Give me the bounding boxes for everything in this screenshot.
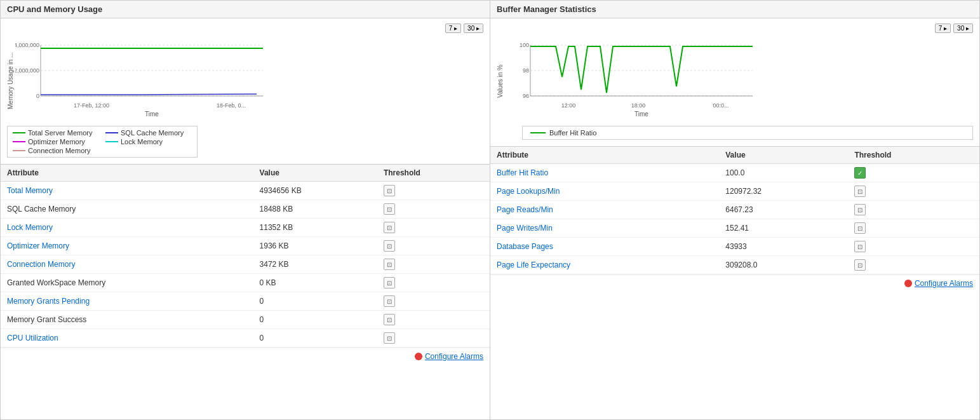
left-table-area: Attribute Value Threshold Total Memory 4… [1, 164, 490, 419]
svg-text:2,000,000: 2,000,000 [15, 67, 39, 74]
attr-grant-success: Memory Grant Success [1, 311, 253, 329]
left-configure-alarms-label: Configure Alarms [425, 352, 483, 361]
table-row: Page Lookups/Min 120972.32 ⊡ [490, 182, 979, 201]
right-configure-alarms-link[interactable]: Configure Alarms [904, 279, 973, 288]
left-panel-title: CPU and Memory Usage [1, 1, 490, 18]
table-row: SQL Cache Memory 18488 KB ⊡ [1, 200, 490, 219]
val-lock-memory: 11352 KB [253, 219, 377, 237]
threshold-icon-r4[interactable]: ⊡ [854, 241, 866, 252]
legend-buffer-hit-ratio: Buffer Hit Ratio [549, 129, 596, 137]
svg-text:0: 0 [36, 93, 39, 99]
table-row: Connection Memory 3472 KB ⊡ [1, 255, 490, 274]
attr-page-reads[interactable]: Page Reads/Min [497, 205, 553, 214]
left-legend: Total Server Memory SQL Cache Memory Opt… [7, 126, 198, 158]
attr-page-life[interactable]: Page Life Expectancy [497, 261, 570, 269]
svg-text:Time: Time [634, 111, 648, 118]
right-table-area: Attribute Value Threshold Buffer Hit Rat… [490, 146, 979, 419]
val-optimizer: 1936 KB [253, 237, 377, 255]
attr-db-pages[interactable]: Database Pages [497, 242, 553, 251]
threshold-icon-r3[interactable]: ⊡ [854, 222, 866, 234]
svg-text:12:00: 12:00 [561, 102, 576, 109]
left-configure-alarms-link[interactable]: Configure Alarms [415, 352, 483, 361]
right-col-attribute: Attribute [490, 147, 719, 164]
legend-lock: Lock Memory [105, 138, 192, 146]
right-y-axis-label: Values in % [497, 39, 504, 123]
right-alarm-icon [904, 280, 912, 287]
table-row: Database Pages 43933 ⊡ [490, 238, 979, 256]
attr-optimizer[interactable]: Optimizer Memory [7, 241, 69, 250]
threshold-icon-8[interactable]: ⊡ [384, 332, 395, 344]
attr-cpu[interactable]: CPU Utilization [7, 334, 58, 342]
legend-sql-cache: SQL Cache Memory [105, 129, 192, 137]
svg-text:96: 96 [523, 93, 529, 99]
val-connection: 3472 KB [253, 255, 377, 274]
table-row: Memory Grants Pending 0 ⊡ [1, 292, 490, 311]
threshold-icon-4[interactable]: ⊡ [384, 259, 395, 270]
svg-text:100: 100 [520, 42, 529, 48]
val-page-reads: 6467.23 [719, 201, 848, 219]
threshold-icon-r2[interactable]: ⊡ [854, 204, 866, 215]
svg-text:18-Feb, 0...: 18-Feb, 0... [217, 102, 246, 109]
table-row: Lock Memory 11352 KB ⊡ [1, 219, 490, 237]
right-configure-alarms-row: Configure Alarms [490, 274, 979, 293]
svg-text:00:0...: 00:0... [713, 102, 728, 109]
val-grant-success: 0 [253, 311, 377, 329]
table-row: CPU Utilization 0 ⊡ [1, 329, 490, 348]
table-row: Optimizer Memory 1936 KB ⊡ [1, 237, 490, 255]
legend-connection: Connection Memory [13, 147, 99, 154]
left-configure-alarms-row: Configure Alarms [1, 348, 490, 366]
val-buffer-hit: 100.0 [719, 164, 848, 182]
attr-total-memory[interactable]: Total Memory [7, 186, 53, 195]
right-legend: Buffer Hit Ratio [522, 126, 973, 140]
left-table: Attribute Value Threshold Total Memory 4… [1, 165, 490, 348]
val-page-writes: 152.41 [719, 219, 848, 238]
attr-connection[interactable]: Connection Memory [7, 260, 75, 269]
attr-granted: Granted WorkSpace Memory [1, 274, 253, 292]
left-chart: 4,000,000 2,000,000 0 17-Feb, 12:00 18-F… [15, 39, 483, 123]
svg-text:4,000,000: 4,000,000 [15, 42, 39, 48]
table-row: Granted WorkSpace Memory 0 KB ⊡ [1, 274, 490, 292]
threshold-icon-r5[interactable]: ⊡ [854, 259, 866, 271]
threshold-icon-2[interactable]: ⊡ [384, 222, 395, 233]
right-7day-button[interactable]: 7 ▸ [935, 24, 951, 33]
threshold-icon-5[interactable]: ⊡ [384, 277, 395, 288]
val-grants-pending: 0 [253, 292, 377, 311]
left-col-threshold: Threshold [377, 165, 490, 182]
threshold-icon-6[interactable]: ⊡ [384, 295, 395, 307]
threshold-icon-0[interactable]: ⊡ [384, 185, 395, 196]
legend-optimizer: Optimizer Memory [13, 138, 99, 146]
table-row: Total Memory 4934656 KB ⊡ [1, 182, 490, 200]
attr-sql-cache: SQL Cache Memory [1, 200, 253, 219]
val-db-pages: 43933 [719, 238, 848, 256]
attr-grants-pending[interactable]: Memory Grants Pending [7, 297, 90, 306]
table-row: Page Reads/Min 6467.23 ⊡ [490, 201, 979, 219]
threshold-icon-7[interactable]: ⊡ [384, 314, 395, 325]
left-alarm-icon [415, 353, 422, 360]
right-panel-title: Buffer Manager Statistics [490, 1, 979, 18]
left-7day-button[interactable]: 7 ▸ [445, 24, 461, 33]
threshold-icon-green-0[interactable]: ✓ [854, 167, 866, 179]
right-chart: 100 98 96 12:00 18:00 00:0... Time [505, 39, 973, 123]
right-table: Attribute Value Threshold Buffer Hit Rat… [490, 147, 979, 274]
right-col-threshold: Threshold [848, 147, 979, 164]
right-30day-button[interactable]: 30 ▸ [953, 24, 973, 33]
attr-lock-memory[interactable]: Lock Memory [7, 223, 53, 232]
attr-page-lookups[interactable]: Page Lookups/Min [497, 187, 560, 196]
attr-buffer-hit[interactable]: Buffer Hit Ratio [497, 168, 548, 177]
table-row: Page Writes/Min 152.41 ⊡ [490, 219, 979, 238]
right-col-value: Value [719, 147, 848, 164]
threshold-icon-3[interactable]: ⊡ [384, 240, 395, 252]
val-cpu: 0 [253, 329, 377, 348]
svg-text:98: 98 [523, 67, 529, 74]
threshold-icon-1[interactable]: ⊡ [384, 203, 395, 215]
val-granted: 0 KB [253, 274, 377, 292]
threshold-icon-r1[interactable]: ⊡ [854, 186, 866, 197]
left-col-value: Value [253, 165, 377, 182]
left-col-attribute: Attribute [1, 165, 253, 182]
left-30day-button[interactable]: 30 ▸ [464, 24, 483, 33]
val-page-lookups: 120972.32 [719, 182, 848, 201]
left-y-axis-label: Memory Usage in ... [7, 39, 14, 123]
svg-text:17-Feb, 12:00: 17-Feb, 12:00 [74, 102, 109, 109]
legend-total-memory: Total Server Memory [13, 129, 99, 137]
attr-page-writes[interactable]: Page Writes/Min [497, 224, 553, 233]
